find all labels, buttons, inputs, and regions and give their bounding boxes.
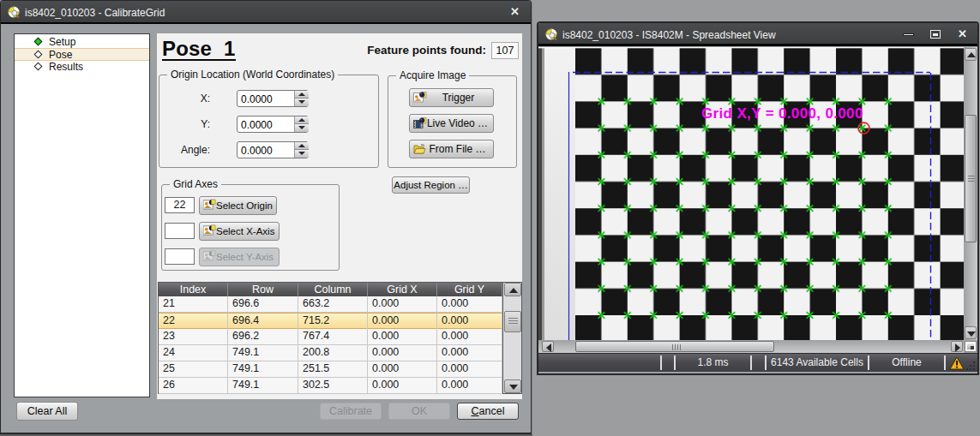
- svg-text:Grid X,Y = 0.000, 0.000: Grid X,Y = 0.000, 0.000: [701, 105, 863, 122]
